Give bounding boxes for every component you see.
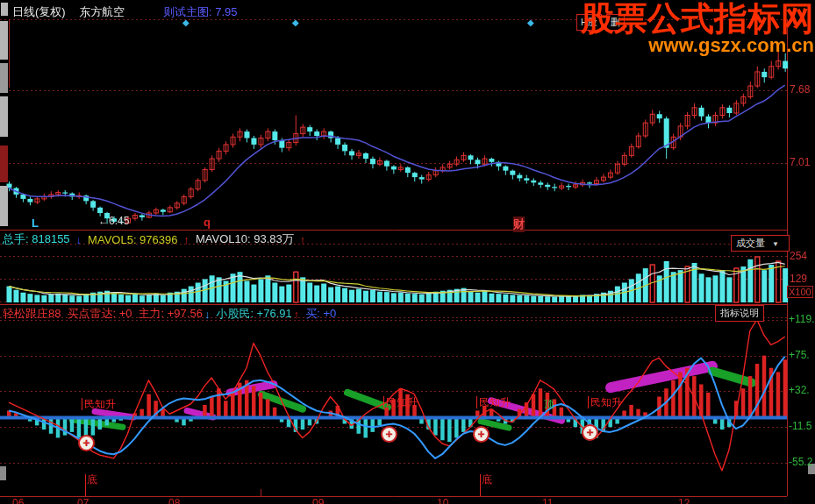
month-tick-label: 11 [542, 497, 553, 504]
retail-value: 小股民: +76.91 [216, 306, 291, 322]
volume-axis-label: 254 [790, 251, 807, 261]
signal-label: 民知升 [82, 398, 116, 410]
buy-value: 买: +0 [305, 306, 336, 322]
up-arrow-icon: ↑ [184, 233, 190, 246]
indicator-axis-label: -11.5 [789, 421, 811, 431]
signal-label: 民知升 [476, 396, 511, 408]
overlay-indicator-value: 则试主图: 7.95 [163, 5, 238, 18]
month-tick-label: 09 [312, 497, 324, 504]
mavol5-value: MAVOL5: 976396 [88, 233, 177, 246]
volume-type-label: 成交量 [736, 238, 765, 248]
indicator-help-label: 指标说明 [720, 308, 759, 318]
month-tick-label: 12 [678, 497, 690, 504]
month-tick-label: 06 [12, 497, 24, 504]
price-axis-label: 7.68 [790, 84, 810, 95]
low-price-label: ←6.45 [98, 216, 129, 226]
month-tick-label: 07 [77, 497, 89, 504]
volume-axis-label: 129 [790, 273, 807, 284]
left-strip-block[interactable] [0, 21, 8, 60]
cross-marker-icon: ✚ [78, 435, 95, 451]
main-force-value: 主力: +97.56 [139, 306, 203, 322]
signal-label: 民知升 [383, 396, 418, 408]
chevron-down-icon: ▼ [772, 240, 779, 248]
watermark-url: www.gszx.com.cn [581, 37, 814, 54]
app-icon[interactable] [1, 3, 8, 16]
total-volume-value: 总手: 818155 [3, 231, 70, 247]
up-arrow-icon: ↑ [294, 308, 300, 321]
title-bar: 日线(复权) 东方航空 则试主图: 7.95 [12, 4, 237, 20]
chart-mark: q [204, 216, 211, 229]
chart-canvas[interactable] [0, 0, 815, 504]
indicator-axis-label: -55.2 [789, 457, 812, 467]
chart-mark: L [32, 217, 39, 230]
month-tick-label: 10 [437, 497, 448, 504]
top-signal-label: 顶 [544, 397, 554, 412]
diamond-icon: ◆ [182, 18, 189, 27]
up-arrow-icon: ↑ [300, 233, 306, 246]
watermark: 股票公式指标网 www.gszx.com.cn [581, 0, 814, 54]
bottom-flag: 底 [480, 474, 492, 496]
period-label: 日线(复权) [12, 5, 66, 18]
month-tick-label: 08 [168, 497, 180, 504]
down-arrow-icon: ↓ [204, 308, 211, 321]
left-strip-block[interactable] [0, 63, 8, 93]
bottom-flag: 底 [85, 474, 97, 496]
cross-marker-icon: ✚ [473, 426, 490, 443]
chart-mark: 财 [513, 217, 525, 232]
down-arrow-icon: ↓ [76, 233, 82, 246]
indicator-axis-label: +75. [789, 350, 810, 360]
left-strip-block[interactable] [0, 186, 8, 226]
price-axis-label: 7.01 [790, 157, 810, 167]
indicator-axis-label: +32. [789, 385, 810, 395]
indicator-header: 轻松跟庄88 买点雷达: +0 主力: +97.56 ↓ 小股民: +76.91… [3, 306, 342, 322]
stock-name: 东方航空 [79, 5, 125, 18]
diamond-icon: ◆ [527, 18, 534, 27]
watermark-title: 股票公式指标网 [581, 0, 814, 37]
volume-unit-label: X100 [787, 286, 813, 298]
buy-radar-value: 买点雷达: +0 [67, 306, 132, 322]
volume-type-dropdown[interactable]: 成交量 ▼ [731, 235, 790, 252]
trading-app-window: 日线(复权) 东方航空 则试主图: 7.95 H股 删 股票公式指标网 www.… [0, 0, 815, 504]
indicator-axis-label: +119. [789, 314, 814, 324]
mavol10-value: MAVOL10: 93.83万 [196, 231, 294, 247]
scroll-corner-left[interactable] [0, 466, 6, 480]
signal-label: 民知升 [588, 396, 622, 408]
indicator-help-button[interactable]: 指标说明 [715, 305, 764, 322]
cross-marker-icon: ✚ [381, 426, 397, 443]
volume-header: 总手: 818155 ↓ MAVOL5: 976396 ↑ MAVOL10: 9… [3, 231, 311, 247]
left-strip-block[interactable] [0, 96, 8, 137]
cross-marker-icon: ✚ [582, 424, 598, 441]
indicator-name: 轻松跟庄88 [3, 306, 61, 322]
diamond-icon: ◆ [292, 18, 299, 27]
left-strip-block-red[interactable] [0, 146, 8, 182]
